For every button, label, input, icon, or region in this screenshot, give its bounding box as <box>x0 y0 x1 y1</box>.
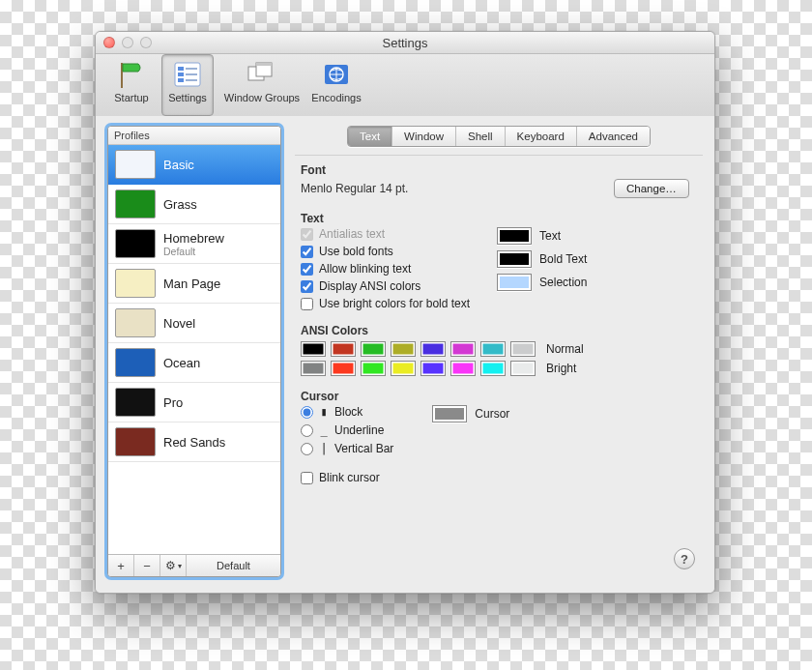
profiles-pane: Profiles BasicGrassHomebrewDefaultMan Pa… <box>107 126 281 577</box>
ansi-bright-2[interactable] <box>361 361 386 376</box>
cursor-glyph-block: ▮ <box>319 405 329 419</box>
profile-item-novel[interactable]: Novel <box>108 304 280 343</box>
toolbar-encodings[interactable]: Encodings <box>310 54 362 116</box>
profile-sublabel: Default <box>163 246 224 257</box>
radio-underline[interactable] <box>301 424 313 437</box>
cursor-shape-underline[interactable]: _Underline <box>301 423 393 437</box>
cursor-section: Cursor ▮Block_Underline|Vertical BarBlin… <box>301 390 697 484</box>
chevron-down-icon: ▾ <box>178 562 182 570</box>
ansi-normal-6[interactable] <box>480 341 506 357</box>
checkbox-bold[interactable] <box>301 246 313 258</box>
profiles-default-button[interactable]: Default <box>187 555 280 576</box>
radio-vbar[interactable] <box>301 443 313 455</box>
toolbar-settings[interactable]: Settings <box>161 54 214 116</box>
ansi-normal-0[interactable] <box>301 341 326 357</box>
text-option-label: Allow blinking text <box>319 262 411 276</box>
profile-thumb <box>115 229 156 258</box>
text-option-brightbold[interactable]: Use bright colors for bold text <box>301 297 470 310</box>
profiles-remove-button[interactable]: − <box>134 555 160 576</box>
settings-window: Settings Startup Settings <box>95 31 715 594</box>
ansi-normal-5[interactable] <box>450 341 476 357</box>
text-option-blink[interactable]: Allow blinking text <box>301 262 470 276</box>
cursor-shape-label: Block <box>334 405 362 419</box>
tab-text[interactable]: Text <box>348 127 392 146</box>
profile-item-basic[interactable]: Basic <box>108 145 280 185</box>
text-color-well[interactable] <box>497 227 532 245</box>
ansi-row-bright: Bright <box>301 361 697 376</box>
help-button[interactable]: ? <box>674 548 695 569</box>
svg-rect-2 <box>178 67 184 71</box>
cursor-shape-label: Vertical Bar <box>334 442 393 455</box>
tab-advanced[interactable]: Advanced <box>577 127 650 146</box>
svg-rect-4 <box>178 73 184 76</box>
profile-thumb <box>115 269 156 298</box>
selection-color-well[interactable] <box>497 274 532 291</box>
font-section: Font Menlo Regular 14 pt. Change… <box>301 163 697 198</box>
profile-item-grass[interactable]: Grass <box>108 185 280 224</box>
profile-thumb <box>115 308 156 337</box>
checkbox-ansi[interactable] <box>301 280 313 293</box>
cursor-blink-label: Blink cursor <box>319 471 380 484</box>
ansi-bright-5[interactable] <box>450 361 476 376</box>
cursor-color-well[interactable] <box>432 405 467 422</box>
cursor-blink-option[interactable]: Blink cursor <box>301 471 393 484</box>
tab-text-panel: Font Menlo Regular 14 pt. Change… Text A… <box>295 155 703 577</box>
profile-thumb <box>115 150 156 179</box>
profile-item-homebrew[interactable]: HomebrewDefault <box>108 224 280 264</box>
profile-item-man-page[interactable]: Man Page <box>108 264 280 304</box>
toolbar-window-groups[interactable]: Window Groups <box>218 54 306 116</box>
text-option-ansi[interactable]: Display ANSI colors <box>301 279 470 293</box>
ansi-normal-1[interactable] <box>331 341 356 357</box>
checkbox-brightbold[interactable] <box>301 298 313 310</box>
profile-item-red-sands[interactable]: Red Sands <box>108 422 280 462</box>
tab-shell[interactable]: Shell <box>456 127 506 146</box>
minimize-button[interactable] <box>122 37 133 48</box>
checkbox-blink[interactable] <box>301 263 313 276</box>
profile-thumb <box>115 348 156 377</box>
settings-panel: TextWindowShellKeyboardAdvanced Font Men… <box>295 126 703 577</box>
ansi-normal-3[interactable] <box>391 341 416 357</box>
ansi-normal-2[interactable] <box>361 341 386 357</box>
tab-segment: TextWindowShellKeyboardAdvanced <box>347 126 651 147</box>
ansi-normal-7[interactable] <box>510 341 536 357</box>
profiles-add-button[interactable]: + <box>108 555 134 576</box>
profile-name: Grass <box>163 197 197 212</box>
ansi-bright-3[interactable] <box>391 361 416 376</box>
text-color-label: Text <box>539 229 561 243</box>
font-change-button[interactable]: Change… <box>614 179 689 198</box>
gear-icon: ⚙ <box>165 559 176 572</box>
profile-name: Homebrew <box>163 231 224 246</box>
font-description: Menlo Regular 14 pt. <box>301 182 408 195</box>
profile-item-pro[interactable]: Pro <box>108 383 280 422</box>
ansi-bright-1[interactable] <box>331 361 356 376</box>
ansi-bright-0[interactable] <box>301 361 326 376</box>
tab-window[interactable]: Window <box>392 127 456 146</box>
text-section: Text Antialias textUse bold fontsAllow b… <box>301 212 697 310</box>
toolbar-window-groups-label: Window Groups <box>224 92 300 103</box>
profiles-action-button[interactable]: ⚙▾ <box>160 555 187 576</box>
tab-keyboard[interactable]: Keyboard <box>506 127 577 146</box>
text-option-label: Display ANSI colors <box>319 279 420 293</box>
boldtext-color-label: Bold Text <box>539 252 587 266</box>
boldtext-color-well[interactable] <box>497 250 532 268</box>
radio-block[interactable] <box>301 406 313 419</box>
profile-item-ocean[interactable]: Ocean <box>108 343 280 383</box>
toolbar-startup[interactable]: Startup <box>105 54 158 116</box>
ansi-bright-6[interactable] <box>480 361 506 376</box>
profile-name: Red Sands <box>163 435 225 450</box>
close-button[interactable] <box>103 37 115 48</box>
zoom-button[interactable] <box>140 37 152 48</box>
svg-rect-5 <box>186 73 197 75</box>
ansi-normal-4[interactable] <box>420 341 446 357</box>
checkbox-blink-cursor[interactable] <box>301 472 313 484</box>
text-option-bold[interactable]: Use bold fonts <box>301 245 470 258</box>
cursor-shape-block[interactable]: ▮Block <box>301 405 393 419</box>
ansi-row-normal: Normal <box>301 341 697 357</box>
profiles-footer: + − ⚙▾ Default <box>108 554 280 576</box>
ansi-bright-7[interactable] <box>510 361 536 376</box>
cursor-shape-vbar[interactable]: |Vertical Bar <box>301 442 393 455</box>
svg-rect-7 <box>186 79 197 81</box>
ansi-grid: NormalBright <box>301 341 697 376</box>
ansi-bright-4[interactable] <box>420 361 446 376</box>
ansi-section-label: ANSI Colors <box>301 324 697 337</box>
